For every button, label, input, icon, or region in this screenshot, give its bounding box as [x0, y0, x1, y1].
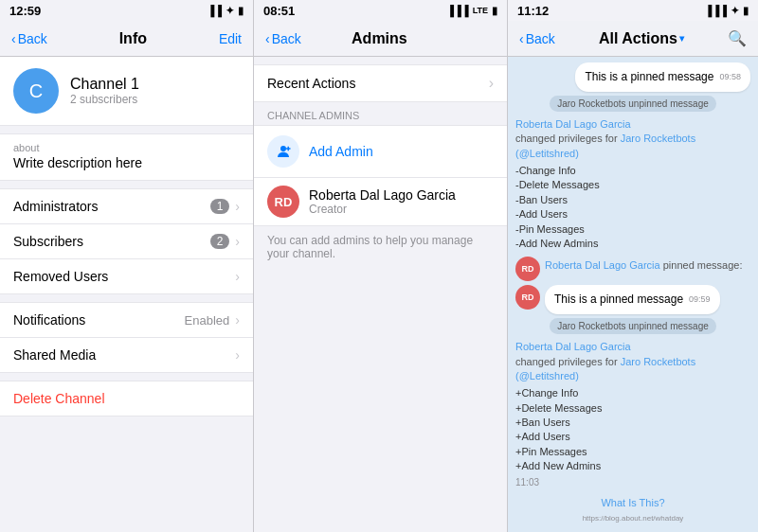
- add-admin-row[interactable]: Add Admin: [254, 125, 507, 178]
- nav-bar-2: ‹ Back Admins: [254, 21, 507, 57]
- rd-message-text: This is a pinned message: [554, 293, 683, 306]
- recent-actions-row[interactable]: Recent Actions ›: [254, 64, 507, 102]
- time-1: 12:59: [9, 4, 41, 18]
- page-title-2: Admins: [352, 30, 407, 47]
- edit-button[interactable]: Edit: [219, 31, 242, 46]
- chevron-right-icon: ›: [235, 199, 240, 214]
- battery-icon: ▮: [492, 5, 497, 17]
- info-panel: 12:59 ▐▐ ✦ ▮ ‹ Back Info Edit C Channel …: [0, 0, 254, 532]
- chevron-right-icon: ›: [235, 347, 240, 363]
- chevron-left-icon: ‹: [265, 31, 270, 46]
- back-button-1[interactable]: ‹ Back: [11, 31, 47, 46]
- wifi-icon: ✦: [731, 5, 739, 17]
- search-icon[interactable]: 🔍: [728, 29, 747, 47]
- profile-info: Channel 1 2 subscribers: [70, 76, 139, 106]
- chat-panel: 11:12 ▐▐▐ ✦ ▮ ‹ Back All Actions ▾ 🔍 Thi…: [508, 0, 758, 532]
- admin-info: Roberta Dal Lago Garcia Creator: [309, 187, 456, 216]
- chevron-right-icon: ›: [489, 75, 494, 92]
- about-value: Write description here: [13, 155, 240, 170]
- delete-channel-button[interactable]: Delete Channel: [0, 381, 253, 417]
- battery-icon: ▮: [743, 5, 749, 17]
- status-icons-2: ▐▐▐ LTE ▮: [446, 5, 497, 17]
- channel-name: Channel 1: [70, 76, 139, 93]
- chat-messages: This is a pinned message 09:58 Jaro Rock…: [508, 57, 758, 532]
- chat-nav-bar: ‹ Back All Actions ▾ 🔍: [508, 21, 758, 57]
- status-icons-1: ▐▐ ✦ ▮: [207, 5, 244, 17]
- rd-bubble: This is a pinned message 09:59: [545, 285, 720, 314]
- admin-row[interactable]: RD Roberta Dal Lago Garcia Creator: [254, 178, 507, 226]
- status-icons-3: ▐▐▐ ✦ ▮: [705, 5, 749, 17]
- back-button-2[interactable]: ‹ Back: [265, 31, 301, 46]
- subscribers-row[interactable]: Subscribers 2 ›: [0, 224, 253, 259]
- chevron-right-icon: ›: [235, 312, 240, 328]
- profile-section: C Channel 1 2 subscribers: [0, 57, 253, 126]
- admins-panel: 08:51 ▐▐▐ LTE ▮ ‹ Back Admins Recent Act…: [254, 0, 508, 532]
- notifications-row[interactable]: Notifications Enabled ›: [0, 302, 253, 338]
- about-section: about Write description here: [0, 133, 253, 181]
- admin-rows: Administrators 1 › Subscribers 2 › Remov…: [0, 188, 253, 294]
- signal-icon: ▐▐▐: [705, 5, 727, 16]
- message-time-2: 09:59: [689, 293, 711, 306]
- removed-users-row[interactable]: Removed Users ›: [0, 259, 253, 294]
- administrators-row[interactable]: Administrators 1 ›: [0, 188, 253, 224]
- pinned-message-text: This is a pinned message: [585, 70, 713, 83]
- chevron-left-icon: ‹: [519, 31, 524, 46]
- add-admin-icon: [267, 135, 299, 168]
- section-header-admins: CHANNEL ADMINS: [254, 102, 507, 125]
- chevron-right-icon: ›: [235, 269, 240, 284]
- svg-point-0: [280, 146, 286, 151]
- message-time: 09:58: [719, 71, 741, 83]
- page-title-1: Info: [119, 30, 147, 47]
- action-pinned-row: RD Roberta Dal Lago Garcia pinned messag…: [515, 257, 750, 281]
- system-msg-2: Jaro Rocketbots unpinned message: [550, 318, 716, 334]
- signal-icon: ▐▐▐: [446, 5, 468, 16]
- battery-icon: ▮: [238, 5, 244, 17]
- time-3: 11:12: [517, 4, 549, 18]
- wifi-icon: ✦: [226, 5, 234, 17]
- action-msg-1: Roberta Dal Lago Garcia changed privileg…: [515, 115, 743, 254]
- settings-rows: Notifications Enabled › Shared Media ›: [0, 302, 253, 373]
- subscriber-count: 2 subscribers: [70, 93, 139, 106]
- admin-avatar: RD: [267, 186, 299, 218]
- status-bar-2: 08:51 ▐▐▐ LTE ▮: [254, 0, 507, 21]
- action-msg-2: Roberta Dal Lago Garcia changed privileg…: [515, 338, 743, 491]
- status-bar-3: 11:12 ▐▐▐ ✦ ▮: [508, 0, 758, 21]
- shared-media-row[interactable]: Shared Media ›: [0, 338, 253, 373]
- lte-icon: LTE: [473, 6, 488, 15]
- avatar: C: [13, 68, 59, 114]
- add-admin-label: Add Admin: [309, 144, 373, 159]
- dropdown-arrow-icon: ▾: [679, 33, 684, 44]
- rd-bubble-row: RD This is a pinned message 09:59: [515, 285, 750, 314]
- nav-bar-1: ‹ Back Info Edit: [0, 21, 253, 57]
- all-actions-title[interactable]: All Actions ▾: [599, 30, 684, 47]
- status-bar-1: 12:59 ▐▐ ✦ ▮: [0, 0, 253, 21]
- chevron-right-icon: ›: [235, 234, 240, 249]
- watermark: https://blog.about.net/whatday: [583, 514, 684, 523]
- back-button-3[interactable]: ‹ Back: [519, 31, 555, 46]
- about-label: about: [13, 142, 240, 153]
- what-is-this-link[interactable]: What Is This?: [601, 497, 664, 508]
- help-text: You can add admins to help you manage yo…: [254, 226, 507, 268]
- rd-avatar-sm: RD: [515, 257, 540, 281]
- pinned-message-bubble: This is a pinned message 09:58: [575, 62, 750, 92]
- chevron-left-icon: ‹: [11, 31, 16, 46]
- rd-avatar-sm-2: RD: [515, 285, 540, 310]
- time-2: 08:51: [263, 4, 295, 18]
- system-msg-1: Jaro Rocketbots unpinned message: [550, 96, 716, 112]
- action-pinned-msg: Roberta Dal Lago Garcia pinned message:: [545, 257, 743, 275]
- signal-icon: ▐▐: [207, 5, 222, 16]
